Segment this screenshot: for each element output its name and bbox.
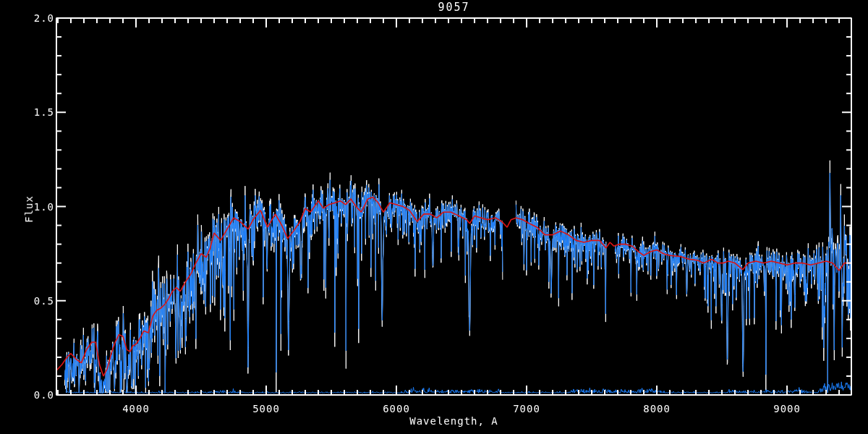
chart-title: 9057 xyxy=(56,1,851,14)
y-axis-label: Flux xyxy=(23,195,35,223)
x-axis-label: Wavelength, A xyxy=(56,415,851,427)
spectrum-chart: 9057 Wavelength, A Flux xyxy=(0,0,868,434)
spectrum-plot-canvas xyxy=(0,0,868,434)
